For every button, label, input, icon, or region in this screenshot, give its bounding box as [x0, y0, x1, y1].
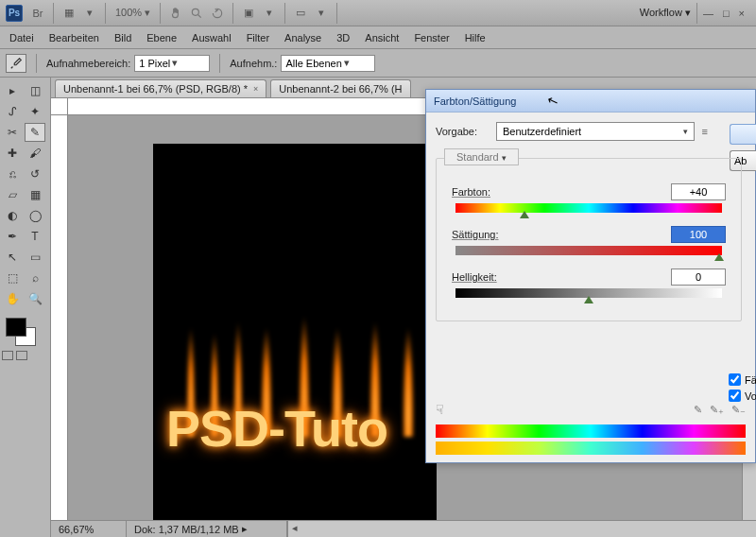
screen-mode-icon[interactable]: ▣ [239, 5, 258, 22]
svg-point-0 [193, 9, 199, 15]
options-bar: Aufnahmebereich: 1 Pixel▾ Aufnehm.: Alle… [0, 49, 756, 78]
pen-tool-icon[interactable]: ✒ [2, 227, 23, 246]
colorize-checkbox[interactable]: Fä [729, 373, 755, 386]
tab-doc1[interactable]: Unbenannt-1 bei 66,7% (PSD, RGB/8) *× [55, 79, 266, 97]
sample-layers-label: Aufnehm.: [230, 58, 277, 69]
canvas-text: PSD-Tuto [166, 399, 387, 458]
screenmode-icon[interactable] [16, 351, 27, 360]
eyedropper-icon[interactable]: ✎ [694, 404, 702, 416]
minimize-icon[interactable]: — [703, 8, 713, 19]
filmstrip-icon[interactable]: ▦ [60, 5, 78, 22]
marquee-tool-icon[interactable]: ◫ [25, 81, 45, 100]
hue-slider[interactable] [455, 203, 722, 215]
menu-auswahl[interactable]: Auswahl [192, 32, 232, 43]
menu-bar: Datei Bearbeiten Bild Ebene Auswahl Filt… [0, 26, 756, 49]
preview-checkbox[interactable]: Vo [729, 390, 755, 402]
slider-handle[interactable] [584, 296, 593, 303]
preset-label: Vorgabe: [436, 126, 489, 137]
workspace-select[interactable]: Workflow ▾ [634, 3, 697, 24]
slider-handle[interactable] [714, 253, 724, 261]
status-bar: 66,67% Dok: 1,37 MB/1,12 MB ▸ ◂ [51, 520, 756, 537]
hue-saturation-dialog: Farbton/Sättigung ↖ Ab Vorgabe: Benutzer… [425, 89, 756, 463]
lightness-slider[interactable] [455, 288, 722, 300]
sample-layers-select[interactable]: Alle Ebenen▾ [281, 55, 375, 72]
spectrum-display [436, 424, 746, 455]
3d-cam-icon[interactable]: ⌕ [25, 268, 45, 287]
scrub-icon[interactable]: ☟ [436, 402, 444, 417]
app-logo-icon: Ps [6, 5, 23, 22]
horizontal-scrollbar[interactable]: ◂ [287, 521, 756, 537]
slider-handle[interactable] [520, 211, 529, 218]
document-canvas[interactable]: PSD-Tuto [153, 144, 437, 520]
ruler-corner [51, 98, 68, 115]
eraser-tool-icon[interactable]: ▱ [2, 185, 23, 204]
zoom-select[interactable]: 100% ▾ [112, 7, 154, 19]
wand-tool-icon[interactable]: ✦ [25, 102, 45, 121]
menu-bild[interactable]: Bild [114, 32, 131, 43]
path-tool-icon[interactable]: ↖ [2, 248, 23, 267]
sample-range-label: Aufnahmebereich: [46, 58, 130, 69]
menu-datei[interactable]: Datei [9, 32, 34, 43]
menu-filter[interactable]: Filter [247, 32, 269, 43]
cursor-icon: ↖ [545, 91, 561, 109]
status-doc[interactable]: Dok: 1,37 MB/1,12 MB ▸ [127, 521, 287, 537]
hue-label: Farbton: [452, 186, 490, 198]
dialog-title[interactable]: Farbton/Sättigung ↖ [426, 90, 755, 113]
saturation-label: Sättigung: [452, 229, 499, 240]
close-tab-icon[interactable]: × [253, 84, 258, 94]
bridge-icon[interactable]: Br [28, 5, 47, 22]
menu-hilfe[interactable]: Hilfe [465, 32, 486, 43]
maximize-icon[interactable]: □ [723, 8, 730, 19]
preset-select[interactable]: Benutzerdefiniert▾ [496, 122, 695, 141]
lightness-input[interactable]: 0 [671, 268, 726, 286]
saturation-input[interactable]: 100 [671, 226, 726, 243]
hue-input[interactable]: +40 [671, 183, 726, 200]
3d-tool-icon[interactable]: ⬚ [2, 268, 23, 287]
preset-menu-icon[interactable]: ≡ [702, 126, 708, 137]
heal-tool-icon[interactable]: ✚ [2, 144, 23, 163]
menu-ansicht[interactable]: Ansicht [365, 32, 399, 43]
menu-bearbeiten[interactable]: Bearbeiten [49, 32, 99, 43]
zoom-icon[interactable] [187, 5, 206, 22]
tab-doc2[interactable]: Unbenannt-2 bei 66,7% (H [270, 79, 410, 97]
dropdown-icon[interactable]: ▾ [80, 5, 99, 22]
menu-fenster[interactable]: Fenster [414, 32, 449, 43]
history-brush-icon[interactable]: ↺ [25, 165, 45, 183]
eyedropper-tool-icon[interactable]: ✎ [25, 123, 45, 142]
zoom-tool-icon[interactable]: 🔍 [25, 289, 45, 308]
color-swatches[interactable] [2, 316, 48, 348]
toolbox: ▸◫ ᔑ✦ ✂✎ ✚🖌 ⎌↺ ▱▦ ◐◯ ✒T ↖▭ ⬚⌕ ✋🔍 [0, 78, 51, 537]
dodge-tool-icon[interactable]: ◯ [25, 206, 45, 225]
status-zoom[interactable]: 66,67% [51, 521, 127, 537]
ruler-vertical[interactable] [51, 115, 68, 520]
lightness-label: Helligkeit: [452, 271, 497, 283]
type-tool-icon[interactable]: T [25, 227, 45, 246]
gradient-tool-icon[interactable]: ▦ [25, 185, 45, 204]
lasso-tool-icon[interactable]: ᔑ [2, 102, 23, 121]
channel-select[interactable]: Standard ▾ [444, 148, 519, 165]
brush-tool-icon[interactable]: 🖌 [25, 144, 45, 163]
eyedropper-tool-icon[interactable] [6, 54, 26, 73]
rotate-icon[interactable] [208, 5, 227, 22]
crop-tool-icon[interactable]: ✂ [2, 123, 23, 142]
blur-tool-icon[interactable]: ◐ [2, 206, 23, 225]
shape-tool-icon[interactable]: ▭ [25, 248, 45, 267]
hand-icon[interactable] [166, 5, 185, 22]
sample-range-select[interactable]: 1 Pixel▾ [134, 55, 210, 72]
move-tool-icon[interactable]: ▸ [2, 81, 23, 100]
dropdown-icon[interactable]: ▾ [312, 5, 331, 22]
menu-ebene[interactable]: Ebene [146, 32, 177, 43]
close-icon[interactable]: × [739, 8, 745, 19]
ok-button[interactable] [730, 124, 756, 145]
menu-3d[interactable]: 3D [336, 32, 350, 43]
dropdown-icon[interactable]: ▾ [260, 5, 279, 22]
arrange-icon[interactable]: ▭ [291, 5, 310, 22]
title-bar: Ps Br ▦ ▾ 100% ▾ ▣ ▾ ▭ ▾ Workflow ▾ — □ … [0, 0, 756, 26]
fg-color-swatch[interactable] [6, 318, 26, 337]
stamp-tool-icon[interactable]: ⎌ [2, 165, 23, 183]
hand-tool-icon[interactable]: ✋ [2, 289, 23, 308]
menu-analyse[interactable]: Analyse [284, 32, 321, 43]
saturation-slider[interactable] [455, 246, 722, 257]
eyedropper-add-icon[interactable]: ✎₊ [710, 404, 724, 416]
quickmask-icon[interactable] [2, 351, 13, 360]
